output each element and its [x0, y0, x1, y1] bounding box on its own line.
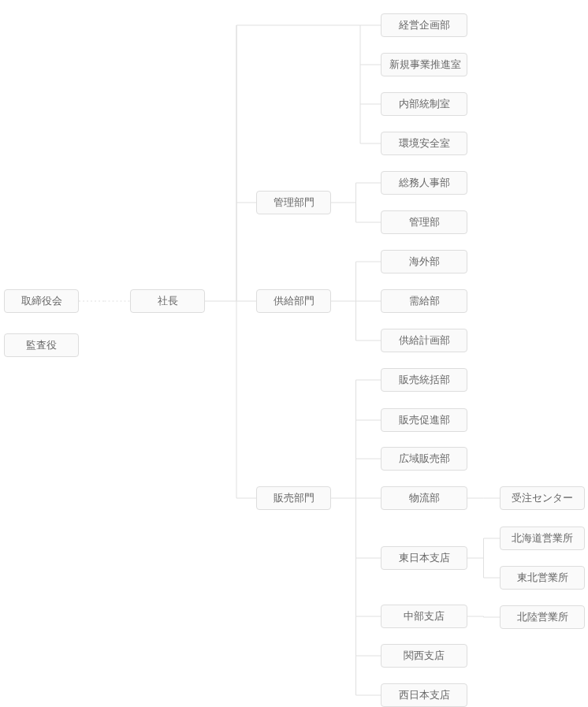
org-node-newbiz: 新規事業推進室 [381, 53, 467, 76]
org-node-internal_ctl: 内部統制室 [381, 92, 467, 116]
org-node-supply_demand: 需給部 [381, 289, 467, 313]
org-node-env_safety: 環境安全室 [381, 132, 467, 155]
org-node-hr: 総務人事部 [381, 171, 467, 195]
org-node-sales_hq: 販売統括部 [381, 368, 467, 392]
org-node-sales_promo: 販売促進部 [381, 408, 467, 432]
org-node-supply_div: 供給部門 [256, 289, 331, 313]
org-node-sales_div: 販売部門 [256, 486, 331, 510]
org-node-order_center: 受注センター [500, 486, 585, 510]
org-node-supply_plan: 供給計画部 [381, 329, 467, 352]
org-node-tohoku: 東北営業所 [500, 566, 585, 590]
org-node-overseas: 海外部 [381, 250, 467, 273]
org-node-chubu_branch: 中部支店 [381, 605, 467, 628]
org-node-east_branch: 東日本支店 [381, 546, 467, 570]
org-node-board: 取締役会 [4, 289, 79, 313]
org-node-president: 社長 [130, 289, 205, 313]
org-node-hokuriku: 北陸営業所 [500, 605, 585, 629]
org-node-logistics: 物流部 [381, 486, 467, 510]
org-node-mgmt_div: 管理部門 [256, 191, 331, 214]
org-node-hokkaido: 北海道営業所 [500, 527, 585, 550]
org-node-kansai_branch: 関西支店 [381, 644, 467, 668]
org-node-admin: 管理部 [381, 210, 467, 234]
org-node-planning: 経営企画部 [381, 13, 467, 37]
org-node-west_branch: 西日本支店 [381, 683, 467, 707]
org-node-wide_sales: 広域販売部 [381, 447, 467, 471]
org-connectors [0, 0, 588, 707]
org-node-auditor: 監査役 [4, 333, 79, 357]
